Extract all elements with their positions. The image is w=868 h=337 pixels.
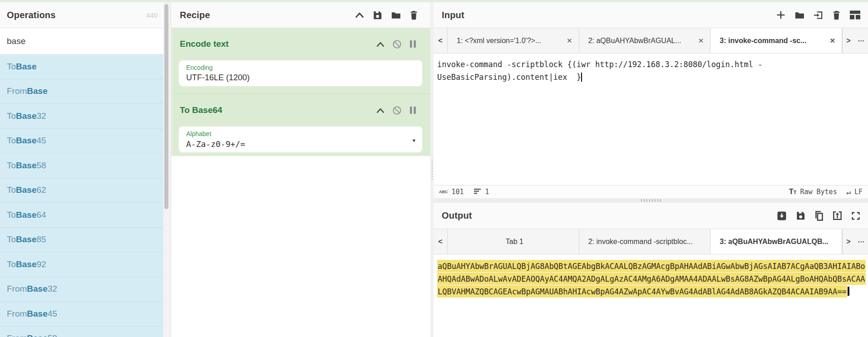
op-from-base[interactable]: From Base — [0, 79, 169, 104]
operations-list: To Base From Base To Base32 To Base45 To… — [0, 54, 169, 337]
input-line: invoke-command -scriptblock {(iwr http:/… — [437, 58, 864, 71]
reset-layout-button[interactable] — [849, 10, 861, 20]
floppy-icon — [372, 10, 383, 20]
line-ending[interactable]: LF — [854, 188, 863, 196]
output-tab-bar: < Tab 1 2: invoke-command -scriptbloc...… — [434, 229, 868, 254]
input-tabs-prev-button[interactable]: < — [434, 28, 448, 53]
copy-output-button[interactable] — [814, 210, 824, 221]
op-to-base85[interactable]: To Base85 — [0, 228, 169, 253]
breakpoint-op-button[interactable] — [409, 39, 417, 49]
text-cursor — [581, 73, 582, 82]
output-tab-3[interactable]: 3: aQBuAHYAbwBrAGUALQB... — [710, 229, 842, 254]
replace-input-button[interactable] — [832, 210, 843, 221]
input-textarea[interactable]: invoke-command -scriptblock {(iwr http:/… — [434, 54, 868, 185]
op-to-base64[interactable]: To Base64 — [0, 203, 169, 228]
input-header: Input — [434, 2, 868, 28]
recipe-op-to-base64[interactable]: To Base64 Alphabet A-Za-z0-9+/= ▾ — [172, 94, 430, 152]
output-tabs-more-button[interactable]: ⋯ — [854, 229, 868, 254]
open-file-button[interactable] — [813, 10, 824, 20]
save-output-button[interactable] — [795, 210, 806, 221]
output-title: Output — [442, 210, 472, 221]
op-from-base32[interactable]: From Base32 — [0, 277, 169, 302]
input-tab-3[interactable]: 3: invoke-command -sc... ✕ — [710, 28, 842, 53]
clear-io-button[interactable] — [832, 10, 841, 20]
add-input-tab-button[interactable] — [776, 10, 786, 20]
pause-icon — [409, 106, 417, 115]
output-tab-1[interactable]: Tab 1 — [448, 229, 579, 254]
arg-label: Encoding — [186, 64, 415, 71]
io-panel: Input < 1: <?xml version='1.0'?>... ✕ 2:… — [434, 2, 868, 337]
alphabet-select[interactable]: Alphabet A-Za-z0-9+/= ▾ — [179, 127, 422, 152]
operations-search-input[interactable] — [0, 28, 169, 54]
recipe-op-encode-text[interactable]: Encode text Encoding UTF-16LE (1200) — [172, 28, 430, 94]
disable-op-button[interactable] — [392, 39, 402, 49]
output-textarea[interactable]: aQBuAHYAbwBrAGUALQBjAG8AbQBtAGEAbgBkACAA… — [434, 254, 868, 337]
close-icon[interactable]: ✕ — [567, 37, 572, 45]
recipe-header: Recipe — [172, 2, 430, 28]
ban-icon — [392, 39, 402, 49]
maximize-output-button[interactable] — [851, 211, 861, 221]
chevron-up-icon — [376, 41, 385, 48]
tab-label: 3: invoke-command -sc... — [720, 37, 825, 45]
disable-op-button[interactable] — [392, 105, 402, 116]
input-tab-2[interactable]: 2: aQBuAHYAbwBrAGUAL... ✕ — [579, 28, 711, 53]
operations-panel: Operations 440 To Base From Base To Base… — [0, 2, 169, 337]
collapse-recipe-button[interactable] — [355, 11, 365, 19]
encoding-select[interactable]: Encoding UTF-16LE (1200) — [179, 60, 422, 86]
recipe-panel: Recipe Encode text Encod — [172, 2, 430, 337]
op-to-base32[interactable]: To Base32 — [0, 104, 169, 129]
op-to-base45[interactable]: To Base45 — [0, 129, 169, 154]
output-line: aQBuAHYAbwBrAGUALQBjAG8AbQBtAGEAbgBkACAA… — [437, 260, 864, 273]
save-all-outputs-button[interactable] — [776, 210, 787, 221]
collapse-op-button[interactable] — [376, 107, 385, 114]
close-icon[interactable]: ✕ — [829, 37, 835, 45]
arg-label: Alphabet — [186, 130, 415, 137]
op-to-base[interactable]: To Base — [0, 54, 169, 79]
operations-scrollbar[interactable] — [163, 2, 169, 337]
close-icon[interactable]: ✕ — [698, 37, 704, 45]
op-to-base58[interactable]: To Base58 — [0, 153, 169, 178]
save-recipe-button[interactable] — [372, 10, 383, 20]
arg-value: UTF-16LE (1200) — [186, 73, 415, 83]
breakpoint-op-button[interactable] — [409, 106, 417, 115]
folder-icon — [390, 10, 401, 20]
tab-label: 2: invoke-command -scriptbloc... — [588, 238, 704, 246]
arg-value: A-Za-z0-9+/= — [186, 139, 415, 149]
output-panel: Output < Tab 1 2: invoke-command -script… — [434, 203, 868, 337]
open-folder-button[interactable] — [794, 10, 805, 20]
output-tab-2[interactable]: 2: invoke-command -scriptbloc... — [579, 229, 711, 254]
char-count: 101 — [452, 188, 464, 196]
collapse-op-button[interactable] — [376, 41, 385, 48]
op-to-base92[interactable]: To Base92 — [0, 252, 169, 277]
output-line: AHQAdABwADoALwAvADEAOQAyAC4AMQA2ADgALgAz… — [437, 273, 864, 285]
operations-title: Operations — [7, 10, 56, 20]
op-from-base45[interactable]: From Base45 — [0, 302, 169, 327]
text-format-icon[interactable]: TT — [789, 188, 797, 196]
input-tabs-more-button[interactable]: ⋯ — [854, 28, 868, 53]
input-title: Input — [442, 10, 464, 20]
clear-recipe-button[interactable] — [409, 10, 419, 20]
maximize-icon — [851, 211, 861, 221]
recipe-op-header: To Base64 — [172, 94, 430, 116]
layout-grid-icon — [849, 10, 861, 20]
trash-icon — [832, 10, 841, 20]
line-ending-icon[interactable]: ↵ — [846, 187, 851, 196]
recipe-op-name: Encode text — [180, 39, 229, 49]
input-format[interactable]: Raw Bytes — [800, 188, 837, 196]
splitter-input-output[interactable] — [434, 198, 868, 203]
input-line: UseBasicParsing).content|iex } — [437, 71, 864, 83]
load-recipe-button[interactable] — [390, 10, 401, 20]
splitter-recipe-io[interactable] — [430, 2, 434, 337]
cyberchef-app: Operations 440 To Base From Base To Base… — [0, 0, 868, 337]
input-tab-bar: < 1: <?xml version='1.0'?>... ✕ 2: aQBuA… — [434, 28, 868, 54]
op-to-base62[interactable]: To Base62 — [0, 178, 169, 203]
input-tab-1[interactable]: 1: <?xml version='1.0'?>... ✕ — [448, 28, 579, 53]
output-line: LQBVAHMAZQBCAGEAcwBpAGMAUABhAHIAcwBpAG4A… — [437, 285, 864, 298]
output-header: Output — [434, 203, 868, 229]
output-tabs-prev-button[interactable]: < — [434, 229, 448, 254]
tab-label: 1: <?xml version='1.0'?>... — [457, 37, 562, 45]
input-tabs-next-button[interactable]: > — [842, 28, 854, 53]
op-from-base58[interactable]: From Base58 — [0, 327, 169, 337]
scrollbar-thumb[interactable] — [164, 4, 168, 209]
output-tabs-next-button[interactable]: > — [842, 229, 854, 254]
